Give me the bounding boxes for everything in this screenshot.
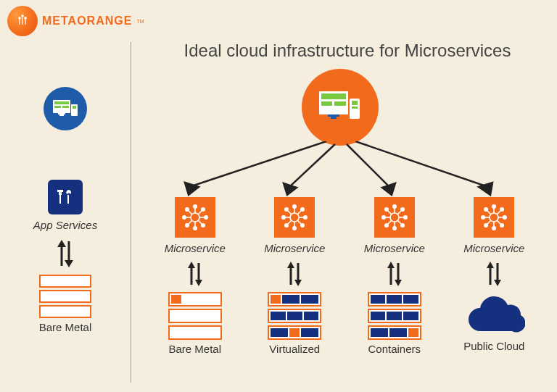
infra-label: Containers bbox=[351, 343, 438, 355]
svg-line-93 bbox=[388, 211, 392, 214]
svg-line-74 bbox=[288, 221, 292, 225]
svg-line-52 bbox=[198, 211, 202, 214]
logo-mark-icon bbox=[7, 6, 38, 36]
svg-point-108 bbox=[484, 224, 487, 227]
svg-rect-29 bbox=[352, 107, 358, 109]
svg-rect-24 bbox=[334, 101, 346, 106]
svg-point-41 bbox=[183, 216, 186, 219]
svg-line-51 bbox=[189, 211, 192, 214]
svg-marker-121 bbox=[494, 280, 501, 286]
svg-rect-22 bbox=[321, 93, 346, 99]
svg-point-103 bbox=[492, 227, 495, 230]
svg-marker-33 bbox=[284, 183, 297, 195]
svg-line-36 bbox=[355, 141, 486, 186]
microservice-icon bbox=[374, 197, 415, 238]
ms-label: Microservice bbox=[450, 242, 537, 254]
svg-rect-5 bbox=[54, 106, 61, 108]
svg-point-102 bbox=[492, 205, 495, 208]
svg-rect-28 bbox=[352, 101, 358, 105]
svg-point-86 bbox=[401, 208, 404, 211]
ms-col-bare-metal: Microservice Bare Metal bbox=[152, 197, 239, 355]
svg-rect-14 bbox=[57, 190, 63, 192]
svg-point-0 bbox=[22, 15, 23, 17]
svg-point-81 bbox=[393, 205, 396, 208]
ms-label: Microservice bbox=[351, 242, 438, 254]
svg-line-75 bbox=[298, 221, 302, 225]
svg-rect-16 bbox=[67, 195, 69, 204]
svg-point-83 bbox=[382, 216, 385, 219]
svg-point-66 bbox=[285, 224, 288, 227]
bare-metal-label: Bare Metal bbox=[0, 321, 131, 333]
svg-point-38 bbox=[191, 213, 199, 222]
svg-marker-18 bbox=[57, 240, 66, 247]
svg-marker-35 bbox=[382, 183, 395, 195]
svg-point-2 bbox=[25, 17, 26, 19]
svg-point-67 bbox=[301, 224, 304, 227]
microservice-icon bbox=[274, 197, 315, 238]
svg-point-104 bbox=[482, 216, 484, 219]
bare-metal-stack bbox=[168, 292, 222, 340]
svg-point-59 bbox=[290, 213, 299, 222]
svg-marker-20 bbox=[65, 260, 73, 267]
svg-line-53 bbox=[189, 221, 192, 225]
cloud-icon bbox=[463, 292, 525, 337]
svg-point-63 bbox=[304, 216, 307, 219]
svg-line-73 bbox=[298, 211, 302, 214]
svg-point-40 bbox=[194, 227, 197, 230]
svg-line-96 bbox=[397, 221, 401, 225]
infra-label: Bare Metal bbox=[152, 343, 239, 355]
infra-label: Virtualized bbox=[251, 343, 338, 355]
svg-marker-77 bbox=[287, 262, 294, 268]
svg-point-84 bbox=[404, 216, 407, 219]
svg-point-60 bbox=[293, 205, 296, 208]
ms-col-containers: Microservice Containers bbox=[351, 197, 438, 355]
svg-marker-100 bbox=[395, 280, 402, 286]
microservice-icon bbox=[175, 197, 215, 238]
svg-rect-10 bbox=[73, 106, 76, 109]
central-devices-icon bbox=[302, 69, 379, 146]
fanout-arrows bbox=[145, 141, 537, 199]
svg-line-72 bbox=[288, 211, 292, 214]
svg-line-54 bbox=[198, 221, 202, 225]
svg-marker-79 bbox=[294, 280, 302, 286]
brand-logo: METAORANGE TM bbox=[7, 6, 144, 36]
svg-line-114 bbox=[487, 211, 491, 214]
bare-metal-stack bbox=[39, 275, 91, 318]
microservices-row: Microservice Bare Metal Microservice Vir… bbox=[145, 197, 544, 355]
svg-rect-6 bbox=[62, 106, 69, 108]
svg-point-85 bbox=[385, 208, 388, 211]
svg-line-117 bbox=[498, 221, 501, 225]
ms-col-virtualized: Microservice Virtualized bbox=[251, 197, 338, 355]
ms-label: Microservice bbox=[251, 242, 338, 254]
svg-point-1 bbox=[19, 17, 20, 19]
svg-line-115 bbox=[498, 211, 501, 214]
svg-point-44 bbox=[202, 208, 205, 211]
svg-point-45 bbox=[186, 224, 189, 227]
svg-point-62 bbox=[282, 216, 285, 219]
svg-rect-7 bbox=[58, 113, 65, 114]
bidirectional-arrows-icon bbox=[185, 260, 205, 288]
svg-point-42 bbox=[205, 216, 207, 219]
bidirectional-arrows-icon bbox=[54, 238, 76, 269]
svg-rect-15 bbox=[59, 195, 61, 204]
svg-point-101 bbox=[490, 213, 498, 222]
bidirectional-arrows-icon bbox=[384, 260, 405, 288]
bidirectional-arrows-icon bbox=[484, 260, 504, 288]
svg-point-105 bbox=[503, 216, 506, 219]
bidirectional-arrows-icon bbox=[284, 260, 305, 288]
infra-label: Public Cloud bbox=[450, 340, 537, 352]
svg-point-106 bbox=[484, 208, 487, 211]
legacy-column: App Services Bare Metal bbox=[0, 87, 131, 333]
svg-rect-25 bbox=[328, 114, 339, 117]
tools-icon bbox=[48, 180, 83, 214]
svg-marker-56 bbox=[188, 262, 195, 268]
svg-rect-26 bbox=[331, 117, 337, 119]
containers-stack bbox=[368, 292, 421, 340]
ms-label: Microservice bbox=[152, 242, 239, 254]
trademark: TM bbox=[136, 19, 144, 24]
svg-point-43 bbox=[186, 208, 189, 211]
svg-marker-58 bbox=[195, 280, 202, 286]
svg-rect-8 bbox=[59, 114, 64, 116]
svg-line-116 bbox=[487, 221, 491, 225]
svg-line-30 bbox=[191, 141, 326, 186]
